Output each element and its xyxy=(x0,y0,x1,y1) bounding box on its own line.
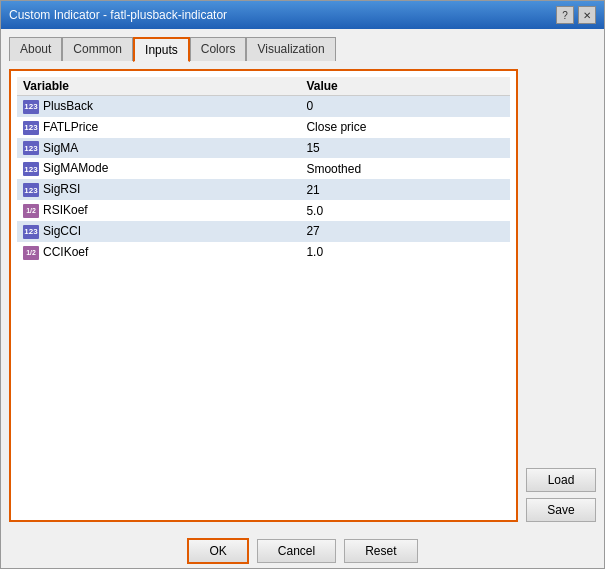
dialog-content: About Common Inputs Colors Visualization xyxy=(1,29,604,530)
value-cell: Close price xyxy=(300,117,510,138)
title-controls: ? ✕ xyxy=(556,6,596,24)
table-row[interactable]: 123SigMA15 xyxy=(17,138,510,159)
load-button[interactable]: Load xyxy=(526,468,596,492)
variable-cell: 1/2CCIKoef xyxy=(17,242,300,263)
integer-icon: 123 xyxy=(23,162,39,176)
tab-about[interactable]: About xyxy=(9,37,62,61)
value-cell: 27 xyxy=(300,221,510,242)
col-variable: Variable xyxy=(17,77,300,96)
variable-cell: 123SigRSI xyxy=(17,179,300,200)
table-row[interactable]: 123PlusBack0 xyxy=(17,96,510,117)
variable-name: SigCCI xyxy=(43,224,81,238)
title-bar: Custom Indicator - fatl-plusback-indicat… xyxy=(1,1,604,29)
value-cell: 0 xyxy=(300,96,510,117)
col-value: Value xyxy=(300,77,510,96)
fraction-icon: 1/2 xyxy=(23,246,39,260)
table-row[interactable]: 123FATLPriceClose price xyxy=(17,117,510,138)
integer-icon: 123 xyxy=(23,141,39,155)
table-row[interactable]: 123SigCCI27 xyxy=(17,221,510,242)
side-buttons: Load Save xyxy=(518,69,596,522)
integer-icon: 123 xyxy=(23,100,39,114)
ok-button[interactable]: OK xyxy=(187,538,248,564)
variables-table: Variable Value 123PlusBack0123FATLPriceC… xyxy=(17,77,510,263)
tab-colors[interactable]: Colors xyxy=(190,37,247,61)
variable-name: PlusBack xyxy=(43,99,93,113)
window-title: Custom Indicator - fatl-plusback-indicat… xyxy=(9,8,227,22)
reset-button[interactable]: Reset xyxy=(344,539,417,563)
variable-cell: 123SigMA xyxy=(17,138,300,159)
table-row[interactable]: 123SigRSI21 xyxy=(17,179,510,200)
table-row[interactable]: 123SigMAModeSmoothed xyxy=(17,158,510,179)
variable-cell: 123FATLPrice xyxy=(17,117,300,138)
tab-common[interactable]: Common xyxy=(62,37,133,61)
table-row[interactable]: 1/2CCIKoef1.0 xyxy=(17,242,510,263)
tab-inputs[interactable]: Inputs xyxy=(133,37,190,62)
footer: OK Cancel Reset xyxy=(1,530,604,568)
value-cell: 1.0 xyxy=(300,242,510,263)
integer-icon: 123 xyxy=(23,121,39,135)
content-area: Variable Value 123PlusBack0123FATLPriceC… xyxy=(9,69,596,522)
close-button[interactable]: ✕ xyxy=(578,6,596,24)
integer-icon: 123 xyxy=(23,225,39,239)
value-cell: 5.0 xyxy=(300,200,510,221)
help-button[interactable]: ? xyxy=(556,6,574,24)
variable-name: FATLPrice xyxy=(43,120,98,134)
integer-icon: 123 xyxy=(23,183,39,197)
dialog-window: Custom Indicator - fatl-plusback-indicat… xyxy=(0,0,605,569)
variable-name: CCIKoef xyxy=(43,245,88,259)
save-button[interactable]: Save xyxy=(526,498,596,522)
variable-cell: 123PlusBack xyxy=(17,96,300,117)
variable-name: SigMA xyxy=(43,141,78,155)
panel-area: Variable Value 123PlusBack0123FATLPriceC… xyxy=(9,69,518,522)
value-cell: Smoothed xyxy=(300,158,510,179)
cancel-button[interactable]: Cancel xyxy=(257,539,336,563)
variable-cell: 1/2RSIKoef xyxy=(17,200,300,221)
inputs-panel: Variable Value 123PlusBack0123FATLPriceC… xyxy=(9,69,518,522)
variable-name: RSIKoef xyxy=(43,203,88,217)
variable-name: SigRSI xyxy=(43,182,80,196)
variable-cell: 123SigCCI xyxy=(17,221,300,242)
variable-cell: 123SigMAMode xyxy=(17,158,300,179)
table-row[interactable]: 1/2RSIKoef5.0 xyxy=(17,200,510,221)
value-cell: 15 xyxy=(300,138,510,159)
variable-name: SigMAMode xyxy=(43,161,108,175)
value-cell: 21 xyxy=(300,179,510,200)
tab-visualization[interactable]: Visualization xyxy=(246,37,335,61)
fraction-icon: 1/2 xyxy=(23,204,39,218)
tab-bar: About Common Inputs Colors Visualization xyxy=(9,37,596,61)
